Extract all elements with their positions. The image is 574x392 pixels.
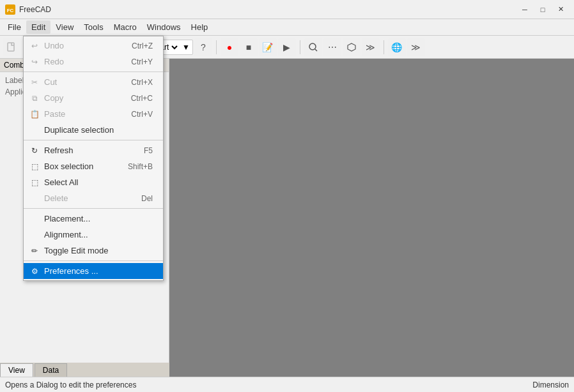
menu-toggle-edit[interactable]: ✏ Toggle Edit mode — [24, 243, 163, 259]
menu-undo-label: Undo — [44, 41, 64, 50]
undo-shortcut: Ctrl+Z — [132, 41, 153, 50]
menu-select-all-label: Select All — [44, 177, 78, 187]
menu-redo-label: Redo — [44, 57, 64, 66]
redo-shortcut: Ctrl+Y — [131, 57, 153, 66]
refresh-shortcut: F5 — [144, 146, 153, 155]
paste-shortcut: Ctrl+V — [131, 110, 153, 119]
edit-menu: ↩ Undo Ctrl+Z ↪ Redo Ctrl+Y ✂ Cut Ctrl+X… — [23, 36, 164, 281]
delete-shortcut: Del — [141, 194, 153, 203]
dropdown-overlay[interactable]: ↩ Undo Ctrl+Z ↪ Redo Ctrl+Y ✂ Cut Ctrl+X… — [0, 0, 574, 392]
cut-shortcut: Ctrl+X — [131, 78, 153, 87]
menu-delete[interactable]: Delete Del — [24, 190, 163, 206]
redo-icon: ↪ — [29, 56, 40, 68]
box-selection-shortcut: Shift+B — [128, 162, 153, 171]
sep4 — [24, 260, 163, 261]
menu-paste-label: Paste — [44, 109, 65, 119]
sep2 — [24, 140, 163, 140]
cut-icon: ✂ — [29, 77, 40, 88]
menu-delete-label: Delete — [44, 193, 68, 203]
menu-preferences[interactable]: ⚙ Preferences ... — [24, 263, 163, 279]
alignment-icon — [29, 229, 40, 241]
copy-shortcut: Ctrl+C — [131, 94, 153, 103]
menu-alignment-label: Alignment... — [44, 230, 88, 239]
box-selection-icon: ⬚ — [29, 161, 40, 172]
refresh-icon: ↻ — [29, 145, 40, 156]
delete-icon — [29, 193, 40, 204]
menu-alignment[interactable]: Alignment... — [24, 227, 163, 243]
menu-copy[interactable]: ⧉ Copy Ctrl+C — [24, 90, 163, 106]
sep3 — [24, 208, 163, 209]
menu-placement[interactable]: Placement... — [24, 211, 163, 227]
menu-placement-label: Placement... — [44, 214, 90, 223]
menu-preferences-label: Preferences ... — [44, 266, 98, 276]
menu-undo[interactable]: ↩ Undo Ctrl+Z — [24, 38, 163, 54]
preferences-icon: ⚙ — [29, 266, 40, 277]
menu-box-selection-label: Box selection — [44, 162, 93, 171]
menu-refresh-label: Refresh — [44, 146, 74, 155]
copy-icon: ⧉ — [29, 93, 40, 104]
select-all-icon: ⬚ — [29, 177, 40, 188]
menu-copy-label: Copy — [44, 93, 63, 103]
menu-box-selection[interactable]: ⬚ Box selection Shift+B — [24, 158, 163, 174]
menu-paste[interactable]: 📋 Paste Ctrl+V — [24, 106, 163, 122]
menu-duplicate-label: Duplicate selection — [44, 125, 114, 135]
menu-cut-label: Cut — [44, 77, 57, 87]
menu-cut[interactable]: ✂ Cut Ctrl+X — [24, 74, 163, 90]
sep1 — [24, 72, 163, 72]
menu-duplicate[interactable]: Duplicate selection — [24, 122, 163, 138]
paste-icon: 📋 — [29, 109, 40, 120]
menu-toggle-edit-label: Toggle Edit mode — [44, 246, 108, 255]
toggle-edit-icon: ✏ — [29, 245, 40, 257]
menu-redo[interactable]: ↪ Redo Ctrl+Y — [24, 54, 163, 70]
duplicate-icon — [29, 124, 40, 136]
menu-select-all[interactable]: ⬚ Select All — [24, 174, 163, 190]
undo-icon: ↩ — [29, 40, 40, 52]
placement-icon — [29, 213, 40, 225]
menu-refresh[interactable]: ↻ Refresh F5 — [24, 142, 163, 158]
